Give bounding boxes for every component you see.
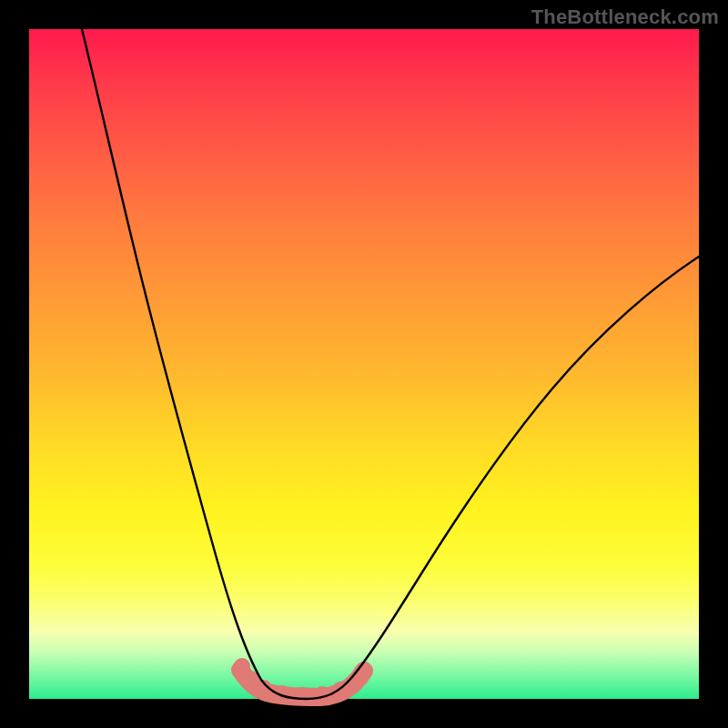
- highlight-dot: [294, 687, 310, 703]
- plot-area: [29, 29, 699, 699]
- chart-svg: [29, 29, 699, 699]
- chart-frame: TheBottleneck.com: [0, 0, 728, 728]
- flat-highlight-band: [234, 658, 372, 703]
- watermark-text: TheBottleneck.com: [531, 5, 719, 29]
- bottleneck-curve-path: [82, 29, 699, 699]
